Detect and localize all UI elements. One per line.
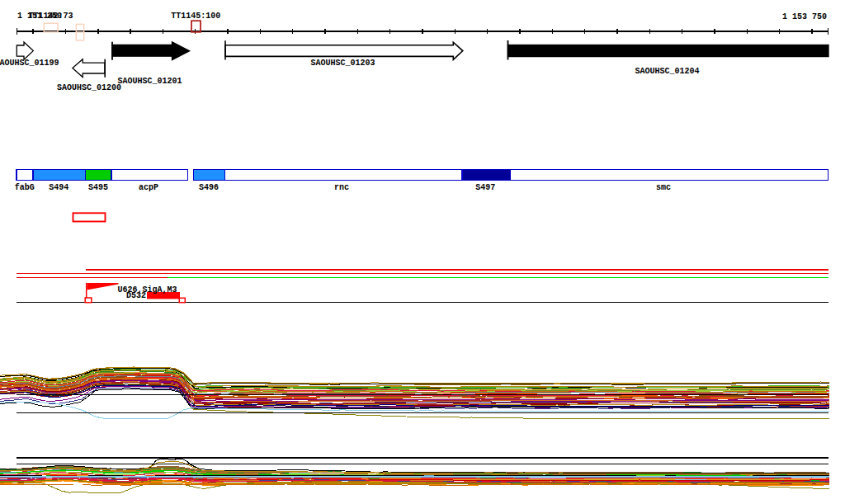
svg-text:D532: D532 (126, 291, 146, 300)
svg-text:1 153 750: 1 153 750 (782, 12, 827, 21)
svg-text:SAOUHSC_01203: SAOUHSC_01203 (311, 59, 375, 68)
svg-text:smc: smc (656, 183, 671, 192)
svg-text:TT1145:100: TT1145:100 (171, 12, 220, 21)
svg-text:SAOUHSC_01201: SAOUHSC_01201 (118, 77, 182, 86)
svg-text:S494: S494 (49, 183, 68, 192)
svg-text:S496: S496 (199, 183, 219, 192)
svg-text:SAOUHSC_01199: SAOUHSC_01199 (0, 59, 59, 68)
svg-text:acpP: acpP (139, 183, 158, 192)
svg-text:S497: S497 (475, 183, 495, 192)
svg-text:SAOUHSC_01200: SAOUHSC_01200 (57, 83, 121, 92)
svg-text:SAOUHSC_01204: SAOUHSC_01204 (635, 67, 700, 76)
svg-text:TT1142:73: TT1142:73 (29, 12, 73, 21)
svg-text:S495: S495 (88, 183, 108, 192)
svg-text:rnc: rnc (334, 183, 349, 192)
svg-text:fabG: fabG (15, 183, 35, 192)
